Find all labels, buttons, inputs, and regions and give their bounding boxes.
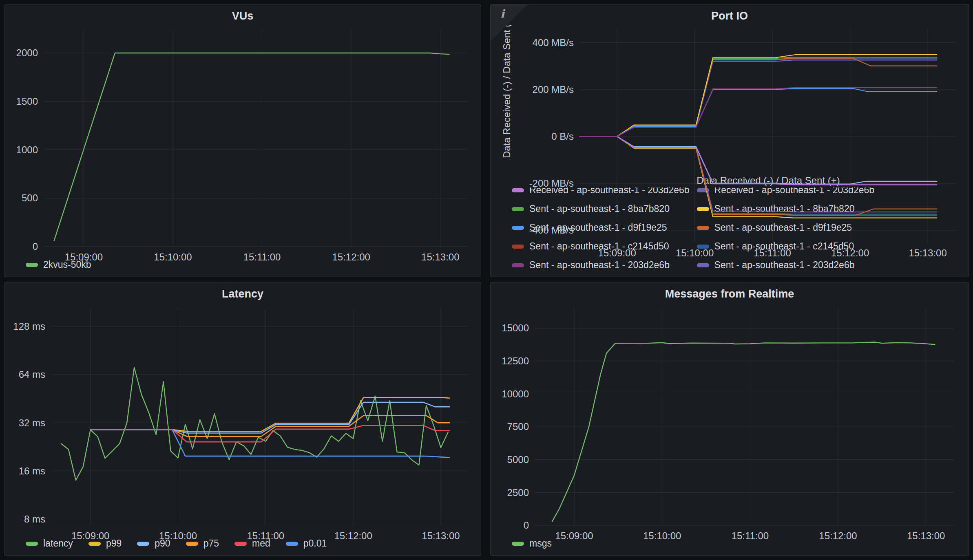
messages-chart[interactable]: 15:09:0015:10:0015:11:0015:12:0015:13:00… [491,302,969,536]
series-sent-c2145d50-b [579,59,937,137]
svg-text:15:12:00: 15:12:00 [332,251,370,262]
panel-title[interactable]: Port IO [491,4,969,24]
svg-text:15:11:00: 15:11:00 [243,251,281,262]
vus-chart[interactable]: 15:09:0015:10:0015:11:0015:12:0015:13:00… [4,24,481,257]
svg-text:15:13:00: 15:13:00 [422,530,460,541]
svg-text:2000: 2000 [16,47,38,58]
svg-text:7500: 7500 [507,421,529,432]
series-recv-8ba7b820-b [579,137,937,215]
series-recv-8ba7b820 [579,137,937,218]
svg-text:16 ms: 16 ms [19,465,45,476]
legend-swatch [697,263,709,267]
svg-text:2500: 2500 [507,487,529,498]
svg-text:10000: 10000 [502,388,529,399]
svg-text:15000: 15000 [502,322,529,333]
panel-latency: Latency 15:09:0015:10:0015:11:0015:12:00… [4,282,481,556]
series-recv-d9f19e25 [579,137,937,215]
svg-text:15:12:00: 15:12:00 [334,530,372,541]
legend-label: Sent - ap-southeast-1 - 203d2e6b [714,260,855,271]
svg-text:400 MB/s: 400 MB/s [533,37,574,48]
series-2kvus-50kb [54,53,449,241]
svg-text:0 B/s: 0 B/s [551,131,574,142]
svg-text:32 ms: 32 ms [19,417,45,428]
panel-port-io: i Port IO Data Received (-) / Data Sent … [490,4,969,277]
svg-text:64 ms: 64 ms [19,369,45,380]
svg-text:0: 0 [524,520,529,531]
panel-title[interactable]: VUs [4,4,481,24]
svg-text:1500: 1500 [16,96,38,107]
svg-text:12500: 12500 [502,355,529,366]
series-p90 [91,402,450,433]
svg-text:15:09:00: 15:09:00 [598,247,636,258]
svg-text:15:10:00: 15:10:00 [154,251,192,262]
series-sent-d9f19e25-o [579,58,937,137]
info-icon[interactable]: i [500,7,504,20]
port-io-chart[interactable]: Data Received (-) / Data Sent (+) 15:09:… [491,24,969,175]
svg-text:15:10:00: 15:10:00 [159,530,197,541]
latency-chart[interactable]: 15:09:0015:10:0015:11:0015:12:0015:13:00… [4,302,481,536]
legend-swatch [512,263,524,267]
panel-title[interactable]: Latency [4,282,481,302]
svg-text:15:13:00: 15:13:00 [421,251,459,262]
svg-text:15:12:00: 15:12:00 [819,530,857,541]
svg-text:15:11:00: 15:11:00 [732,530,769,541]
series-sent-d9f19e25-b [579,88,937,137]
svg-text:15:11:00: 15:11:00 [247,530,284,541]
series-recv-203d2e6b-lp [579,137,937,185]
svg-text:15:13:00: 15:13:00 [907,530,945,541]
series-msgs [552,342,935,522]
svg-text:5000: 5000 [507,454,529,465]
series-sent-203d2e6b-m [579,88,937,137]
series-sent-c2145d50-r [579,59,937,137]
svg-text:0: 0 [33,241,38,252]
panel-vus: VUs 15:09:0015:10:0015:11:0015:12:0015:1… [4,4,481,277]
panel-info-corner[interactable] [491,4,527,41]
svg-text:-200 MB/s: -200 MB/s [529,178,574,189]
svg-text:8 ms: 8 ms [24,514,45,525]
svg-text:15:09:00: 15:09:00 [65,251,103,262]
legend-item[interactable]: Sent - ap-southeast-1 - 203d2e6b [512,260,690,271]
series-latency [61,368,448,480]
svg-text:15:12:00: 15:12:00 [831,247,869,258]
series-sent-8ba7b820 [579,57,937,137]
svg-text:-400 MB/s: -400 MB/s [529,225,574,236]
series-sent-8ba7b820-y [579,55,937,137]
svg-text:15:10:00: 15:10:00 [643,530,681,541]
svg-text:200 MB/s: 200 MB/s [533,84,574,95]
svg-text:500: 500 [22,192,38,203]
svg-text:15:09:00: 15:09:00 [555,530,593,541]
svg-text:128 ms: 128 ms [13,321,45,332]
legend-item[interactable]: Sent - ap-southeast-1 - 203d2e6b [697,260,875,271]
svg-text:15:13:00: 15:13:00 [909,247,946,258]
panel-title[interactable]: Messages from Realtime [491,282,969,302]
svg-text:15:11:00: 15:11:00 [754,247,791,258]
legend-label: Sent - ap-southeast-1 - 203d2e6b [529,260,670,271]
svg-text:1000: 1000 [16,144,38,155]
panel-messages: Messages from Realtime 15:09:0015:10:001… [490,282,969,556]
svg-text:15:09:00: 15:09:00 [71,530,109,541]
svg-text:15:10:00: 15:10:00 [676,247,714,258]
series-recv-203d2e6b-lb [579,137,937,184]
